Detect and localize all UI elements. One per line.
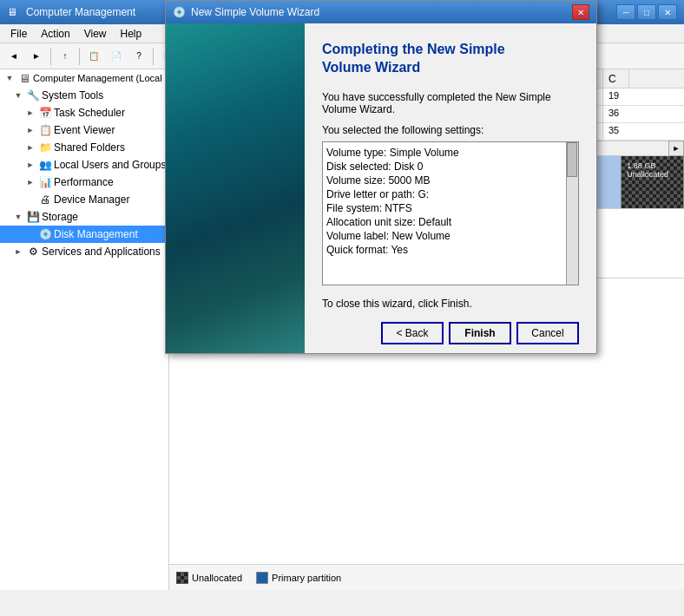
setting-volume-size: Volume size: 5000 MB [326,174,561,187]
dialog-title-bar: 💿 New Simple Volume Wizard ✕ [166,1,596,23]
dialog-overlay: 💿 New Simple Volume Wizard ✕ Completing … [0,0,684,616]
settings-scrollbar-thumb [567,142,577,177]
dialog-right-panel: Completing the New SimpleVolume Wizard Y… [305,23,596,353]
setting-volume-label: Volume label: New Volume [326,229,561,243]
dialog-close-button[interactable]: ✕ [572,4,589,20]
dialog-close-text: To close this wizard, click Finish. [322,298,579,310]
dialog-title-icon: 💿 [173,6,186,18]
setting-alloc-unit: Allocation unit size: Default [326,215,561,229]
cancel-button[interactable]: Cancel [516,322,579,344]
setting-drive-letter: Drive letter or path: G: [326,187,561,201]
dialog-title-text: New Simple Volume Wizard [191,6,572,18]
new-simple-volume-dialog: 💿 New Simple Volume Wizard ✕ Completing … [165,0,597,354]
setting-disk-selected: Disk selected: Disk 0 [326,160,561,174]
dialog-body: Completing the New SimpleVolume Wizard Y… [166,23,596,353]
dialog-settings-label: You selected the following settings: [322,124,579,136]
setting-quick-format: Quick format: Yes [326,243,561,257]
settings-scrollbar[interactable] [566,142,578,285]
back-button[interactable]: < Back [381,322,444,344]
setting-file-system: File system: NTFS [326,201,561,215]
setting-volume-type: Volume type: Simple Volume [326,146,561,160]
settings-box[interactable]: Volume type: Simple Volume Disk selected… [322,141,579,285]
dialog-description: You have successfully completed the New … [322,91,579,115]
dialog-buttons: < Back Finish Cancel [322,322,579,344]
finish-button[interactable]: Finish [449,322,511,344]
settings-list: Volume type: Simple Volume Disk selected… [326,146,575,257]
dialog-decorative-panel [166,23,305,353]
dialog-heading: Completing the New SimpleVolume Wizard [322,41,579,77]
